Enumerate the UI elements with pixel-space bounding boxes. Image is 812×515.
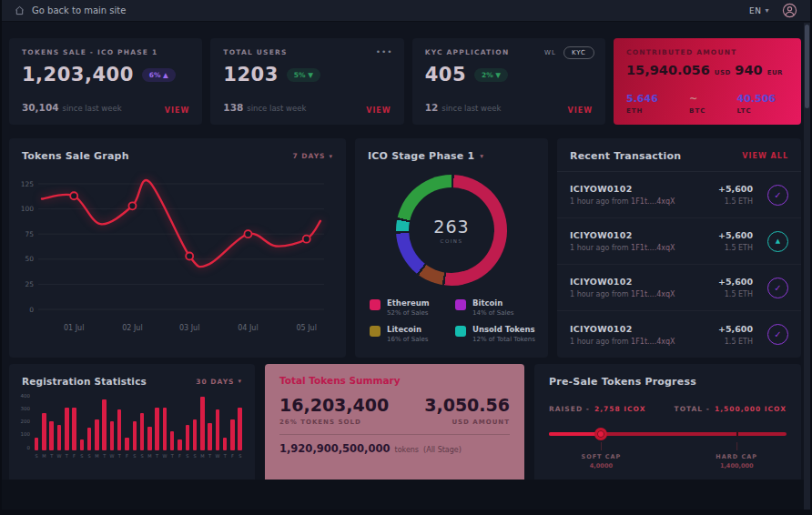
transaction-address: 1F1t....4xqX [631, 197, 675, 206]
legend-swatch [370, 299, 381, 310]
svg-text:25: 25 [25, 280, 34, 288]
legend-desc: 16% of Sales [387, 336, 428, 343]
delta-label: since last week [247, 104, 306, 113]
bar [80, 439, 85, 450]
svg-text:02 Jul: 02 Jul [122, 324, 142, 332]
transaction-eth: 1.5 ETH [718, 197, 753, 206]
bottom-row: Registration Statistics 30 DAYS ▾ 400300… [9, 364, 801, 469]
card-title: TOKENS SALE - ICO PHASE 1 [22, 48, 189, 56]
chevron-down-icon[interactable]: ▾ [480, 152, 484, 160]
svg-text:75: 75 [25, 230, 34, 238]
scrollbar-thumb[interactable] [805, 25, 809, 108]
kyc-badge: 2% ▼ [474, 68, 508, 82]
all-stage-note: (All Stage) [423, 446, 462, 454]
panel-title: ICO Stage Phase 1 [368, 150, 474, 162]
language-label: EN [749, 6, 761, 15]
kyc-toggle-button[interactable]: KYC [563, 46, 594, 59]
transaction-amount: +5,600 [718, 324, 753, 334]
usd-amount-value: 3,050.56 [424, 395, 510, 415]
legend-swatch [455, 299, 466, 310]
more-menu-icon[interactable]: ••• [376, 47, 393, 56]
soft-cap-value: 4,0000 [581, 462, 621, 470]
slider-fill [549, 432, 601, 436]
transaction-status-icon[interactable]: ✓ [767, 324, 788, 345]
language-selector[interactable]: EN ▾ [749, 6, 769, 15]
ico-stage-panel: ICO Stage Phase 1 ▾ 263 COINS Ethereum 5… [355, 138, 548, 358]
bar [208, 423, 212, 450]
usd-amount: 15,940.056 [626, 63, 710, 77]
range-dropdown[interactable]: 30 DAYS ▾ [196, 378, 242, 386]
card-title: TOTAL USERS [223, 48, 391, 56]
legend-item: Unsold Tokens 12% of Total Tokens [455, 325, 535, 343]
transaction-status-icon[interactable]: ✓ [767, 185, 788, 206]
coins-label: COINS [441, 238, 463, 244]
bar [147, 427, 152, 450]
transaction-time: 1 hour ago from 1F1t....4xqX [570, 290, 718, 298]
legend-desc: 12% of Total Tokens [472, 336, 535, 343]
panel-title: Pre-Sale Tokens Progress [549, 376, 787, 388]
bar [155, 408, 159, 450]
all-stage-tokens-value: 1,920,900,500,000 [279, 442, 391, 455]
eth-amount: 5.646ETH [626, 93, 658, 115]
content: TOKENS SALE - ICO PHASE 1 1,203,400 6% ▲… [9, 22, 801, 469]
hard-cap-value: 1,400,000 [716, 462, 757, 470]
transaction-row[interactable]: ICIYOW0102 1 hour ago from 1F1t....4xqX … [557, 218, 801, 265]
chevron-down-icon: ▾ [765, 6, 769, 15]
user-avatar-icon[interactable] [782, 3, 797, 18]
bar [186, 425, 190, 450]
view-button[interactable]: VIEW [366, 106, 391, 115]
wl-toggle-button[interactable]: WL [544, 49, 556, 56]
transaction-eth: 1.5 ETH [718, 244, 753, 252]
slider-knob[interactable] [594, 428, 607, 440]
svg-text:01 Jul: 01 Jul [64, 324, 84, 332]
view-button[interactable]: VIEW [568, 106, 593, 115]
panel-title: Tokens Sale Graph [22, 150, 129, 162]
back-to-site-link[interactable]: Go back to main site [15, 5, 126, 15]
coins-count: 263 [433, 217, 469, 237]
transaction-row[interactable]: ICIYOW0102 1 hour ago from 1F1t....4xqX … [557, 172, 801, 218]
view-button[interactable]: VIEW [165, 106, 189, 115]
ltc-amount: 40.506LTC [737, 93, 776, 115]
transaction-eth: 1.5 ETH [718, 290, 753, 298]
total-tokens-summary-panel: Total Tokens Summary 16,203,400 26% TOKE… [265, 364, 524, 485]
chevron-down-icon: ▾ [329, 153, 333, 160]
legend-desc: 14% of Sales [472, 309, 513, 317]
svg-text:50: 50 [25, 255, 34, 263]
topbar-right: EN ▾ [749, 3, 797, 18]
range-dropdown[interactable]: 7 DAYS ▾ [293, 152, 334, 160]
transaction-amount: +5,600 [718, 184, 753, 194]
bar [140, 413, 145, 450]
legend-item: Ethereum 52% of Sales [370, 298, 450, 317]
bar [87, 428, 92, 450]
transaction-id: ICIYOW0102 [570, 324, 718, 334]
transaction-amount: +5,600 [718, 230, 753, 240]
delta-label: since last week [63, 104, 122, 113]
total-value: 1,500,000 ICOX [715, 405, 787, 413]
bar [102, 399, 107, 450]
svg-text:04 Jul: 04 Jul [238, 324, 258, 332]
bar [42, 413, 46, 450]
transaction-status-icon[interactable]: ✓ [767, 278, 788, 298]
transaction-status-icon[interactable]: ▲ [767, 231, 788, 252]
presale-progress-panel: Pre-Sale Tokens Progress RAISED - 2,758 … [534, 364, 801, 485]
transaction-row[interactable]: ICIYOW0102 1 hour ago from 1F1t....4xqX … [557, 265, 801, 311]
view-all-button[interactable]: VIEW ALL [742, 152, 788, 160]
bar [125, 438, 129, 450]
transaction-row[interactable]: ICIYOW0102 1 hour ago from 1F1t....4xqX … [557, 311, 801, 358]
delta-value: 12 [425, 102, 439, 113]
transaction-list: ICIYOW0102 1 hour ago from 1F1t....4xqX … [557, 172, 801, 358]
card-kyc-application: WL KYC KYC APPLICATION 405 2% ▼ 12since … [412, 38, 605, 125]
bar [223, 438, 228, 450]
svg-text:100: 100 [21, 205, 35, 213]
ico-stage-donut-chart: 263 COINS [396, 175, 507, 286]
card-total-users: ••• TOTAL USERS 1203 5% ▼ 138since last … [210, 38, 403, 125]
legend-name: Litecoin [387, 325, 428, 334]
bar [65, 408, 69, 450]
bar [57, 425, 62, 450]
bar [49, 421, 54, 450]
scrollbar[interactable] [804, 23, 810, 510]
transaction-time: 1 hour ago from 1F1t....4xqX [570, 338, 718, 346]
soft-cap-label: SOFT CAP [581, 453, 621, 460]
bar [110, 421, 115, 450]
donut-legend: Ethereum 52% of Sales Bitcoin 14% of Sal… [355, 286, 548, 343]
